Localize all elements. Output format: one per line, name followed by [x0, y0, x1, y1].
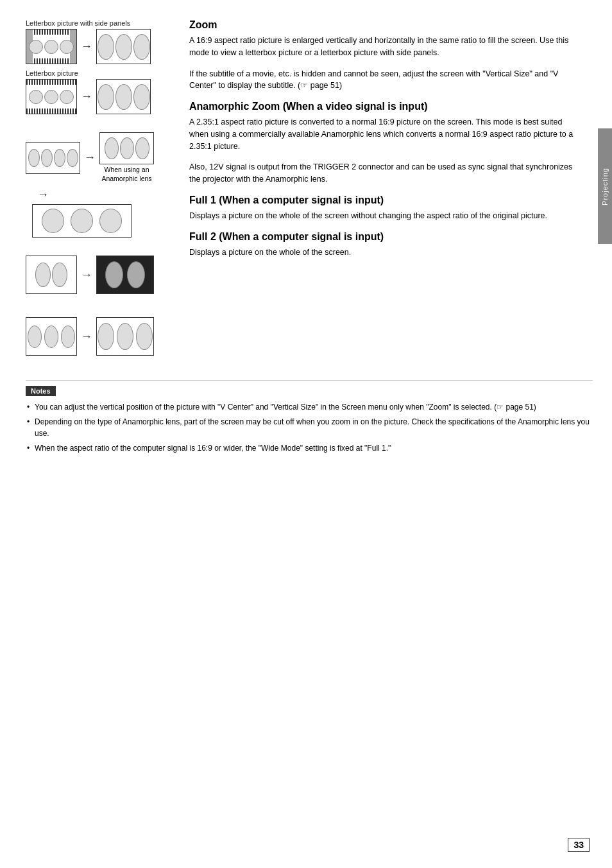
result-frame-2	[96, 79, 151, 114]
result-frame-5	[96, 256, 154, 294]
result-frame-4	[32, 204, 132, 238]
zoom-section: Zoom A 16:9 aspect ratio picture is enla…	[189, 19, 577, 92]
notes-section: Notes You can adjust the vertical positi…	[26, 380, 593, 454]
input-frame-2	[26, 79, 77, 114]
result-frame-6	[96, 317, 154, 356]
anamorphic-title: Anamorphic Zoom (When a video signal is …	[189, 101, 577, 112]
diagram-row-6: →	[26, 317, 180, 356]
full2-section: Full 2 (When a computer signal is input)…	[189, 231, 577, 259]
result-frame-1	[96, 29, 151, 64]
input-frame-6	[26, 317, 77, 356]
zoom-text2: If the subtitle of a movie, etc. is hidd…	[189, 68, 577, 92]
input-frame-1	[26, 29, 77, 64]
page-number: 33	[568, 838, 590, 852]
notes-list: You can adjust the vertical position of …	[26, 401, 593, 454]
anamorphic-text1: A 2.35:1 aspect ratio picture is convert…	[189, 116, 577, 152]
letterbox-side-panels-label: Letterbox picture with side panels	[26, 19, 180, 27]
diagram-row-2: →	[26, 79, 180, 114]
note-item-3: When the aspect ratio of the computer si…	[26, 442, 593, 454]
sidebar-label: Projecting	[601, 168, 609, 205]
zoom-title: Zoom	[189, 19, 577, 31]
zoom-text1: A 16:9 aspect ratio picture is enlarged …	[189, 35, 577, 59]
page-container: Projecting Letterbox picture with side p…	[0, 0, 612, 868]
full1-section: Full 1 (When a computer signal is input)…	[189, 195, 577, 222]
diagram-row-3: → When using an Anamorphic lens	[26, 132, 180, 183]
anamorphic-lens-caption: When using an Anamorphic lens	[101, 166, 151, 183]
diagram-row-5: →	[26, 256, 180, 294]
diagrams-column: Letterbox picture with side panels →	[26, 19, 180, 361]
arrow-4-down: →	[37, 188, 49, 202]
arrow-2: →	[81, 90, 92, 103]
input-frame-5	[26, 256, 77, 294]
anamorphic-section: Anamorphic Zoom (When a video signal is …	[189, 101, 577, 186]
full2-title: Full 2 (When a computer signal is input)	[189, 231, 577, 243]
anamorphic-text2: Also, 12V signal is output from the TRIG…	[189, 161, 577, 186]
arrow-6: →	[81, 330, 92, 343]
full1-text: Displays a picture on the whole of the s…	[189, 210, 577, 222]
result-frame-3	[99, 132, 154, 164]
notes-badge: Notes	[26, 386, 56, 396]
arrow-5: →	[81, 268, 92, 282]
input-frame-3	[26, 142, 80, 174]
letterbox-picture-label: Letterbox picture	[26, 69, 180, 77]
note-item-1: You can adjust the vertical position of …	[26, 401, 593, 413]
full1-title: Full 1 (When a computer signal is input)	[189, 195, 577, 206]
main-content: Letterbox picture with side panels →	[26, 19, 593, 361]
note-item-2: Depending on the type of Anamorphic lens…	[26, 416, 593, 439]
arrow-3: →	[84, 151, 96, 164]
diagram-row-1: →	[26, 29, 180, 64]
full2-text: Displays a picture on the whole of the s…	[189, 247, 577, 259]
arrow-1: →	[81, 40, 92, 53]
sidebar-tab: Projecting	[598, 128, 612, 244]
text-column: Zoom A 16:9 aspect ratio picture is enla…	[180, 19, 593, 361]
